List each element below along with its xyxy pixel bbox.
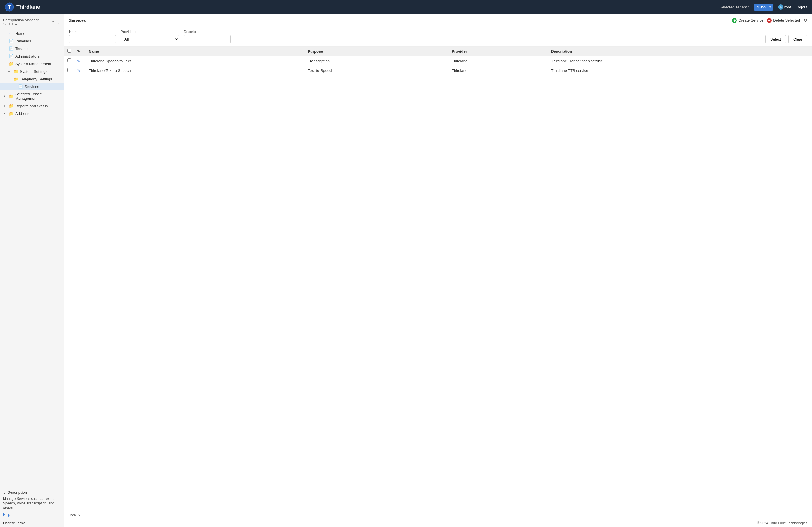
system-settings-expand-icon: + xyxy=(8,70,12,73)
root-user-icon: ✎ xyxy=(778,4,783,10)
sidebar-item-administrators[interactable]: 📄 Administrators xyxy=(0,52,64,60)
total-count: Total: 2 xyxy=(69,513,81,517)
sidebar-item-label: Home xyxy=(15,31,61,36)
sidebar: Configuration Manager 14.3.3.67 ⌃ ⌄ ⌂ Ho… xyxy=(0,14,64,527)
sidebar-item-system-management[interactable]: − 📁 System Management xyxy=(0,60,64,67)
name-filter-label: Name : xyxy=(69,30,116,34)
sidebar-item-label: Administrators xyxy=(15,54,61,59)
copyright-text: © 2024 Third Lane Technologies xyxy=(757,521,807,525)
edit-row-icon[interactable]: ✎ xyxy=(77,69,80,73)
administrators-icon: 📄 xyxy=(9,54,13,59)
description-collapse-icon: ⌄ xyxy=(3,491,6,495)
description-filter-input[interactable] xyxy=(184,35,231,43)
main-layout: Configuration Manager 14.3.3.67 ⌃ ⌄ ⌂ Ho… xyxy=(0,14,812,527)
create-service-icon: + xyxy=(732,18,737,23)
logout-button[interactable]: Logout xyxy=(796,5,807,9)
sidebar-item-tenants[interactable]: 📄 Tenants xyxy=(0,45,64,52)
logo: T Thirdlane xyxy=(5,2,40,12)
sidebar-item-resellers[interactable]: 📄 Resellers xyxy=(0,37,64,45)
add-ons-icon: 📁 xyxy=(9,111,13,116)
row-purpose: Text-to-Speech xyxy=(305,66,449,75)
selected-tenant-expand-icon: + xyxy=(3,94,7,98)
help-link[interactable]: Help xyxy=(3,513,10,517)
selected-tenant-icon: 📁 xyxy=(9,94,13,99)
name-filter-group: Name : xyxy=(69,30,116,43)
sidebar-item-label: Add-ons xyxy=(15,111,61,116)
content-actions: + Create Service − Delete Selected ↻ xyxy=(732,17,807,23)
resellers-icon: 📄 xyxy=(9,39,13,43)
sidebar-item-selected-tenant-management[interactable]: + 📁 Selected Tenant Management xyxy=(0,90,64,102)
sidebar-description-panel: ⌄ Description Manage Services such as Te… xyxy=(0,488,64,519)
filter-bar: Name : Provider : All Thirdlane Descript… xyxy=(64,27,812,46)
sidebar-item-label: Reports and Status xyxy=(15,104,61,108)
provider-filter-group: Provider : All Thirdlane xyxy=(120,30,179,43)
tenant-dropdown[interactable]: t1855 xyxy=(754,4,773,11)
logo-text: Thirdlane xyxy=(16,4,40,10)
telephony-settings-icon: 📁 xyxy=(13,77,18,81)
create-service-button[interactable]: + Create Service xyxy=(732,18,764,23)
thirdlane-logo-icon: T xyxy=(5,2,14,12)
sidebar-item-label: Tenants xyxy=(15,46,61,51)
home-icon: ⌂ xyxy=(9,31,13,36)
collapse-down-button[interactable]: ⌄ xyxy=(57,20,61,25)
row-checkbox[interactable] xyxy=(67,68,71,72)
description-column-header: Description xyxy=(548,46,812,56)
delete-selected-button[interactable]: − Delete Selected xyxy=(767,18,800,23)
name-filter-input[interactable] xyxy=(69,35,116,43)
row-purpose: Transcription xyxy=(305,56,449,66)
system-management-expand-icon: − xyxy=(3,62,7,65)
tenant-select-wrapper[interactable]: t1855 xyxy=(754,4,773,11)
sidebar-item-label: System Settings xyxy=(20,69,61,74)
system-settings-icon: 📁 xyxy=(13,69,18,74)
sidebar-item-system-settings[interactable]: + 📁 System Settings xyxy=(0,67,64,75)
sidebar-item-telephony-settings[interactable]: + 📁 Telephony Settings xyxy=(0,75,64,83)
config-arrows: ⌃ ⌄ xyxy=(50,20,61,25)
row-provider: Thirdlane xyxy=(449,56,548,66)
app-header: T Thirdlane Selected Tenant : t1855 ✎ ro… xyxy=(0,0,812,14)
row-name: Thirdlane Text to Speech xyxy=(86,66,305,75)
reports-expand-icon: + xyxy=(3,104,7,108)
create-service-label: Create Service xyxy=(738,18,764,22)
select-button[interactable]: Select xyxy=(766,35,786,43)
provider-filter-select[interactable]: All Thirdlane xyxy=(120,35,179,43)
sidebar-item-label: Services xyxy=(25,85,61,89)
delete-selected-icon: − xyxy=(767,18,772,23)
license-bar: License Terms xyxy=(0,519,64,527)
edit-row-icon[interactable]: ✎ xyxy=(77,59,80,63)
clear-button[interactable]: Clear xyxy=(788,35,807,43)
name-column-header: Name xyxy=(86,46,305,56)
content-footer: Total: 2 xyxy=(64,511,812,519)
services-icon: 📄 xyxy=(18,84,23,89)
sidebar-item-add-ons[interactable]: + 📁 Add-ons xyxy=(0,110,64,117)
collapse-up-button[interactable]: ⌃ xyxy=(50,20,55,25)
provider-column-header: Provider xyxy=(449,46,548,56)
header-right: Selected Tenant : t1855 ✎ root Logout xyxy=(720,4,807,11)
sidebar-item-label: Resellers xyxy=(15,39,61,43)
page-footer: © 2024 Third Lane Technologies xyxy=(64,519,812,527)
config-manager-version: Configuration Manager 14.3.3.67 xyxy=(3,18,50,26)
sidebar-item-services[interactable]: 📄 Services xyxy=(0,83,64,90)
system-management-icon: 📁 xyxy=(9,61,13,66)
content-header: Services + Create Service − Delete Selec… xyxy=(64,14,812,27)
reports-icon: 📁 xyxy=(9,104,13,108)
sidebar-item-home[interactable]: ⌂ Home xyxy=(0,30,64,37)
svg-text:T: T xyxy=(8,5,11,10)
telephony-settings-expand-icon: + xyxy=(8,77,12,81)
page-title: Services xyxy=(69,18,86,23)
add-ons-expand-icon: + xyxy=(3,112,7,115)
content-area: Services + Create Service − Delete Selec… xyxy=(64,14,812,527)
sidebar-item-label: Telephony Settings xyxy=(20,77,61,81)
row-checkbox[interactable] xyxy=(67,59,71,62)
description-filter-label: Description : xyxy=(184,30,231,34)
refresh-icon[interactable]: ↻ xyxy=(803,17,807,23)
row-provider: Thirdlane xyxy=(449,66,548,75)
license-terms-link[interactable]: License Terms xyxy=(3,521,26,525)
select-all-checkbox[interactable] xyxy=(67,49,71,52)
description-header[interactable]: ⌄ Description xyxy=(3,491,61,495)
config-manager-header: Configuration Manager 14.3.3.67 ⌃ ⌄ xyxy=(0,16,64,28)
purpose-column-header: Purpose xyxy=(305,46,449,56)
sidebar-item-reports-and-status[interactable]: + 📁 Reports and Status xyxy=(0,102,64,110)
description-filter-group: Description : xyxy=(184,30,231,43)
services-table-container: ✎ Name Purpose Provider Description ✎ Th… xyxy=(64,46,812,511)
services-table: ✎ Name Purpose Provider Description ✎ Th… xyxy=(64,46,812,75)
